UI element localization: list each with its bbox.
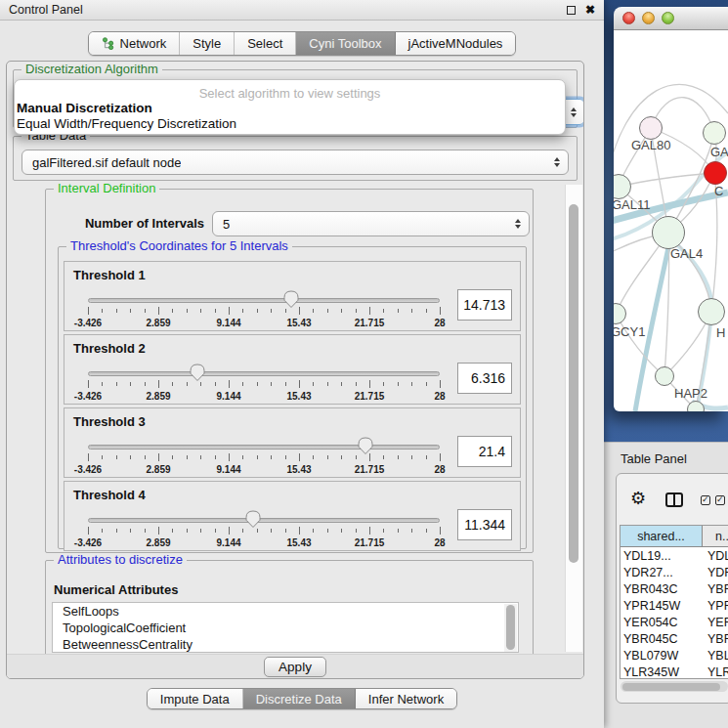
tick-mark: [398, 455, 399, 459]
close-icon[interactable]: ✖: [585, 4, 595, 16]
split-columns-icon[interactable]: [665, 492, 683, 507]
list-item[interactable]: SelfLoops: [53, 603, 518, 620]
threshold-4-panel: Threshold 4 -3.4262.8599.14415.4321.7152…: [64, 481, 521, 551]
tab-network[interactable]: Network: [89, 32, 181, 55]
slider-handle[interactable]: [282, 289, 299, 309]
cell-shared-name[interactable]: YBR043C: [621, 582, 703, 596]
threshold-3-value-field[interactable]: 21.4: [457, 436, 512, 467]
threshold-1-value-field[interactable]: 14.713: [457, 289, 512, 321]
number-of-intervals-combobox[interactable]: 5: [212, 211, 530, 236]
tab-infer-network[interactable]: Infer Network: [356, 689, 456, 708]
scrollbar-thumb[interactable]: [506, 605, 515, 650]
checkbox-icon[interactable]: [701, 495, 710, 505]
network-node-label: C: [714, 184, 723, 198]
network-canvas[interactable]: GAL80GACGAL11GAL4GCY1HHAP2: [614, 30, 728, 411]
threshold-3-slider[interactable]: -3.4262.8599.14415.4321.71528: [88, 436, 440, 477]
close-traffic-light-icon[interactable]: [622, 12, 635, 24]
cell-name[interactable]: YDR2...: [703, 566, 728, 579]
table-row[interactable]: YBL079WYBL0...: [621, 647, 728, 664]
table-row[interactable]: YLR345WYLR3...: [621, 664, 728, 679]
node-bottom[interactable]: [687, 401, 705, 411]
node-top-right[interactable]: [703, 121, 726, 145]
list-item[interactable]: TopologicalCoefficient: [53, 620, 518, 636]
cell-name[interactable]: YBR0...: [703, 632, 728, 646]
tab-impute-data[interactable]: Impute Data: [148, 689, 243, 708]
undock-icon[interactable]: [567, 6, 576, 15]
tick-label: 2.859: [146, 391, 170, 402]
cell-name[interactable]: YER0...: [703, 616, 728, 629]
column-header-name[interactable]: n...: [703, 526, 728, 546]
cell-shared-name[interactable]: YPR145W: [621, 599, 703, 613]
minimize-traffic-light-icon[interactable]: [642, 12, 655, 24]
slider-handle[interactable]: [189, 363, 205, 382]
panel-vertical-scrollbar[interactable]: [565, 185, 582, 652]
gear-icon[interactable]: ⚙: [630, 490, 646, 507]
threshold-2-value-field[interactable]: 6.316: [457, 363, 512, 394]
cell-name[interactable]: YPR1...: [703, 599, 728, 613]
group-label: Threshold's Coordinates for 5 Intervals: [66, 239, 292, 253]
scrollbar-thumb[interactable]: [569, 204, 578, 563]
slider-track[interactable]: [88, 371, 440, 376]
cell-shared-name[interactable]: YDL19...: [621, 549, 703, 563]
slider-ticks: [88, 307, 440, 317]
node-gal80[interactable]: [639, 116, 663, 140]
threshold-4-slider[interactable]: -3.4262.8599.14415.4321.71528: [88, 509, 440, 550]
threshold-2-slider[interactable]: -3.4262.8599.14415.4321.71528: [88, 363, 440, 404]
node-h[interactable]: [698, 298, 725, 325]
tick-mark: [130, 529, 131, 533]
scrollbar-thumb[interactable]: [622, 683, 720, 691]
tab-select[interactable]: Select: [235, 32, 296, 55]
cell-name[interactable]: YBR0...: [703, 582, 728, 596]
cell-name[interactable]: YLR3...: [703, 665, 728, 679]
table-row[interactable]: YBR045CYBR0...: [621, 630, 728, 647]
numerical-attributes-list[interactable]: SelfLoopsTopologicalCoefficientBetweenne…: [52, 602, 519, 653]
apply-button[interactable]: Apply: [264, 657, 326, 677]
checkbox-icon[interactable]: [715, 495, 725, 505]
slider-track[interactable]: [88, 518, 440, 523]
table-row[interactable]: YDL19...YDL1...: [621, 547, 728, 564]
cell-shared-name[interactable]: YBL079W: [621, 649, 703, 663]
slider-handle[interactable]: [358, 436, 374, 455]
slider-track[interactable]: [88, 445, 440, 450]
cell-shared-name[interactable]: YLR345W: [621, 665, 703, 679]
dropdown-option-equal-width-frequency[interactable]: Equal Width/Frequency Discretization: [15, 116, 565, 132]
number-of-intervals-label: Number of Intervals: [75, 216, 204, 231]
node-gal4[interactable]: [652, 216, 685, 249]
tick-mark: [88, 380, 89, 388]
cell-shared-name[interactable]: YBR045C: [621, 632, 703, 646]
table-data-combobox[interactable]: galFiltered.sif default node: [21, 150, 569, 175]
tick-mark: [440, 453, 441, 461]
tick-mark: [285, 455, 286, 459]
tab-label: Cyni Toolbox: [309, 36, 381, 51]
dropdown-hint: Select algorithm to view settings: [15, 80, 565, 101]
list-item[interactable]: BetweennessCentrality: [53, 636, 518, 653]
tab-style[interactable]: Style: [180, 32, 235, 55]
zoom-traffic-light-icon[interactable]: [662, 12, 674, 24]
table-row[interactable]: YDR27...YDR2...: [621, 564, 728, 580]
slider-ticks: [88, 527, 440, 536]
tab-cyni-toolbox[interactable]: Cyni Toolbox: [296, 32, 395, 55]
tab-jactivemnodules[interactable]: jActiveMNodules: [396, 32, 516, 55]
table-row[interactable]: YBR043CYBR0...: [621, 580, 728, 597]
dropdown-option-manual-discretization[interactable]: Manual Discretization: [15, 101, 565, 116]
cell-shared-name[interactable]: YER054C: [621, 616, 703, 629]
tab-label: Style: [193, 36, 221, 51]
cell-name[interactable]: YBL0...: [703, 649, 728, 663]
table-horizontal-scrollbar[interactable]: [621, 681, 728, 692]
slider-track[interactable]: [88, 298, 440, 303]
node-red[interactable]: [704, 161, 727, 185]
list-scrollbar[interactable]: [504, 604, 517, 653]
column-header-shared-name[interactable]: shared...: [621, 526, 703, 546]
cell-shared-name[interactable]: YDR27...: [621, 566, 703, 579]
tab-label: jActiveMNodules: [408, 36, 503, 51]
tick-label: 9.144: [216, 537, 240, 548]
cell-name[interactable]: YDL1...: [703, 549, 728, 563]
table-row[interactable]: YPR145WYPR1...: [621, 597, 728, 614]
threshold-1-slider[interactable]: -3.4262.8599.14415.4321.71528: [88, 289, 440, 330]
tick-label: 2.859: [146, 318, 170, 328]
node-hap2[interactable]: [655, 366, 674, 386]
table-row[interactable]: YER054CYER0...: [621, 614, 728, 630]
tab-discretize-data[interactable]: Discretize Data: [243, 689, 356, 708]
slider-handle[interactable]: [245, 509, 262, 529]
threshold-4-value-field[interactable]: 11.344: [457, 509, 512, 540]
